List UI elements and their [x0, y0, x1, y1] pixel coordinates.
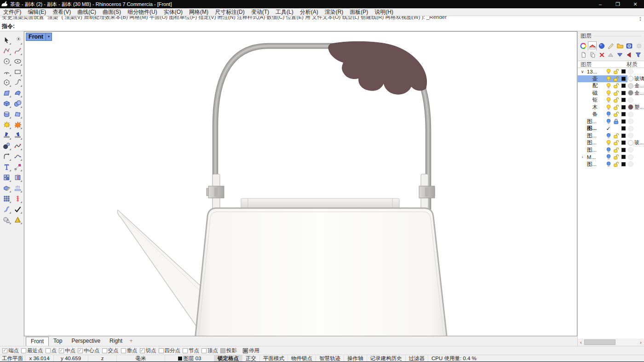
- material-icon[interactable]: [627, 140, 634, 146]
- layers-panel-tab[interactable]: [588, 41, 597, 51]
- status-current-layer[interactable]: 图层 03: [165, 355, 214, 362]
- menu-item[interactable]: 分析(A): [297, 8, 322, 16]
- layer-new-layer-button[interactable]: [580, 51, 587, 60]
- layer-name[interactable]: 图...: [587, 147, 604, 153]
- material-icon[interactable]: [627, 126, 634, 131]
- lock-icon[interactable]: [612, 147, 620, 153]
- rectangle-tool-button[interactable]: [12, 67, 23, 77]
- menu-item[interactable]: 文件(F): [0, 8, 24, 16]
- layer-name[interactable]: 图...: [587, 139, 604, 146]
- explode-tool-button[interactable]: [12, 119, 23, 130]
- box-tool-button[interactable]: [1, 98, 12, 109]
- command-scroll-arrows[interactable]: ▲▼: [638, 16, 643, 22]
- minimize-button[interactable]: –: [592, 0, 609, 8]
- visibility-bulb-icon[interactable]: [604, 133, 613, 139]
- checkbox-icon[interactable]: [220, 348, 225, 353]
- chevron-down-icon[interactable]: ▾: [46, 33, 52, 40]
- libraries-panel-tab[interactable]: [615, 41, 624, 51]
- split-tool-button[interactable]: [12, 130, 23, 141]
- scroll-down-icon[interactable]: ▼: [639, 19, 642, 22]
- osnap-四分点[interactable]: 四分点: [159, 347, 181, 354]
- helix-tool-button[interactable]: [12, 77, 23, 88]
- check-tool-button[interactable]: [12, 204, 23, 215]
- osnap-端点[interactable]: 端点: [2, 347, 19, 354]
- menu-item[interactable]: 细分物件(U): [124, 8, 161, 16]
- lock-icon[interactable]: [612, 68, 620, 74]
- notes-panel-tab[interactable]: [606, 41, 615, 51]
- menu-item[interactable]: 说明(H): [371, 8, 397, 16]
- layer-row[interactable]: 图...: [578, 161, 644, 168]
- osnap-切点[interactable]: 切点: [140, 347, 156, 354]
- visibility-bulb-icon[interactable]: [604, 97, 613, 103]
- checkbox-icon[interactable]: [46, 348, 51, 353]
- lock-icon[interactable]: [613, 90, 620, 96]
- edit-points-tool-button[interactable]: [12, 162, 23, 172]
- layer-move-down-button[interactable]: [616, 51, 623, 60]
- layer-color-swatch[interactable]: [620, 84, 627, 88]
- status-物件锁点[interactable]: 物件锁点: [288, 355, 316, 362]
- visibility-bulb-icon[interactable]: [604, 90, 613, 96]
- viewport-title-dropdown[interactable]: Front ▾: [26, 33, 52, 41]
- osnap-垂点[interactable]: 垂点: [121, 347, 138, 354]
- status-智慧轨迹[interactable]: 智慧轨迹: [316, 355, 344, 362]
- checkbox-icon[interactable]: [140, 348, 145, 353]
- checkbox-icon[interactable]: [59, 348, 64, 353]
- lock-icon[interactable]: [613, 104, 620, 110]
- osnap-停用[interactable]: 停用: [243, 347, 259, 354]
- cylinder-tool-button[interactable]: [1, 109, 12, 119]
- cone-tool-button[interactable]: [12, 215, 23, 225]
- menu-item[interactable]: 编辑(E): [24, 8, 49, 16]
- layer-color-swatch[interactable]: [620, 77, 627, 81]
- display-panel-tab[interactable]: [597, 41, 606, 51]
- spheres-tool-button[interactable]: [12, 98, 23, 109]
- mirror-tool-button[interactable]: [12, 172, 23, 183]
- layer-color-swatch[interactable]: [620, 126, 627, 130]
- material-icon[interactable]: [627, 112, 634, 117]
- osnap-中心点[interactable]: 中心点: [78, 347, 100, 354]
- layer-move-up-button[interactable]: [607, 51, 614, 60]
- kettle-lid-rim[interactable]: [241, 198, 399, 208]
- single-point-tool-button[interactable]: [12, 35, 23, 45]
- layer-row[interactable]: 钜: [578, 96, 644, 104]
- flow-along-tool-button[interactable]: [1, 204, 12, 215]
- status-记录建构历史[interactable]: 记录建构历史: [367, 355, 406, 362]
- surface-3pt-tool-button[interactable]: [1, 88, 12, 98]
- layer-color-swatch[interactable]: [620, 141, 627, 145]
- layer-color-swatch[interactable]: [620, 162, 627, 166]
- layer-row[interactable]: ›M...: [578, 153, 644, 161]
- layer-row[interactable]: 图...: [578, 118, 644, 125]
- status-平面模式[interactable]: 平面模式: [260, 355, 288, 362]
- visibility-bulb-icon[interactable]: [604, 104, 613, 110]
- point-cloud-tool-button[interactable]: [1, 141, 12, 151]
- checkbox-icon[interactable]: [102, 348, 107, 353]
- current-layer-check-icon[interactable]: ✓: [604, 126, 613, 131]
- kettle-body[interactable]: [195, 208, 447, 336]
- curve-interpolate-tool-button[interactable]: [12, 45, 23, 56]
- layer-name[interactable]: 磁: [587, 90, 604, 96]
- checkbox-icon[interactable]: [78, 348, 83, 353]
- menu-item[interactable]: 实体(O): [161, 8, 186, 16]
- layer-name[interactable]: 图...: [587, 125, 604, 132]
- layer-name[interactable]: 图...: [587, 132, 604, 139]
- material-icon[interactable]: [627, 154, 634, 160]
- visibility-bulb-icon[interactable]: [604, 119, 613, 124]
- checkbox-icon[interactable]: [183, 348, 188, 353]
- layer-row[interactable]: 磁金...: [578, 90, 644, 97]
- layer-color-swatch[interactable]: [620, 69, 627, 74]
- layer-color-swatch[interactable]: [620, 119, 627, 124]
- osnap-投影[interactable]: 投影: [220, 347, 237, 354]
- layer-row[interactable]: 壶玻璃: [578, 75, 644, 83]
- visibility-bulb-icon[interactable]: [604, 154, 613, 160]
- material-icon[interactable]: [627, 161, 634, 167]
- checkbox-icon[interactable]: [21, 348, 26, 353]
- menu-item[interactable]: 渲染(R): [322, 8, 347, 16]
- layer-name[interactable]: 配: [587, 82, 604, 89]
- lock-icon[interactable]: [613, 111, 620, 117]
- menu-item[interactable]: 曲面(S): [99, 8, 124, 16]
- join-tool-button[interactable]: [12, 141, 23, 151]
- checkbox-icon[interactable]: [243, 348, 248, 353]
- layer-color-swatch[interactable]: [620, 134, 627, 138]
- lock-icon[interactable]: [612, 161, 620, 167]
- handle-grip[interactable]: [328, 41, 427, 94]
- menu-item[interactable]: 变动(T): [248, 8, 272, 16]
